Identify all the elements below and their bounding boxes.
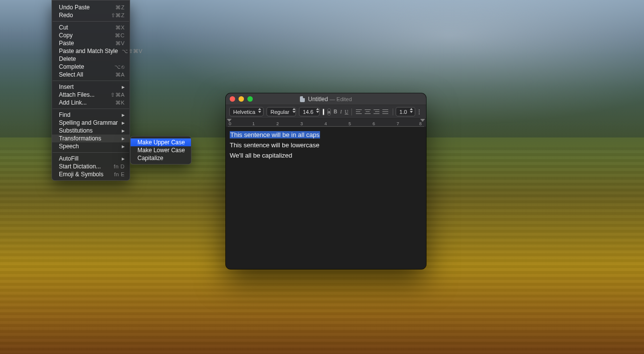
- window-edited: — Edited: [330, 96, 352, 102]
- menu-label: Copy: [59, 32, 73, 39]
- menu-label: Find: [59, 111, 70, 118]
- font-family-select[interactable]: Helvetica: [229, 107, 264, 116]
- menu-shortcut: fn E: [114, 171, 125, 177]
- font-size-select[interactable]: 14.6: [299, 107, 320, 116]
- menu-separator: [53, 152, 129, 153]
- menu-label: Make Lower Case: [137, 147, 185, 154]
- menu-shortcut: ⌘K: [115, 100, 125, 106]
- menu-label: Speech: [59, 143, 79, 150]
- italic-button[interactable]: I: [340, 108, 342, 116]
- text-line[interactable]: We'll all be capitalized: [230, 151, 422, 161]
- close-button[interactable]: [230, 96, 235, 102]
- ruler-tick-label: 0: [229, 121, 231, 126]
- dropdown-stepper-icon: [293, 111, 295, 113]
- menu-shortcut: ⌘V: [115, 40, 125, 47]
- ruler-tick-label: 2: [276, 121, 279, 126]
- font-family-value: Helvetica: [233, 109, 255, 115]
- menu-shortcut: ⇧⌘Z: [111, 12, 125, 19]
- dropdown-stepper-icon: [410, 111, 413, 113]
- menu-label: Delete: [59, 55, 76, 62]
- document-name: Untitled: [308, 96, 328, 103]
- menu-label: AutoFill: [59, 155, 79, 162]
- menu-item-select-all[interactable]: Select All⌘A: [52, 71, 130, 79]
- line-spacing-value: 1.0: [400, 109, 407, 115]
- submenu-arrow-icon: ▸: [122, 111, 125, 118]
- minimize-button[interactable]: [239, 96, 244, 102]
- submenu-arrow-icon: ▸: [122, 143, 125, 150]
- menu-item-paste[interactable]: Paste⌘V: [52, 39, 130, 47]
- menu-item-capitalize[interactable]: Capitalize: [131, 154, 191, 162]
- align-center-icon[interactable]: [363, 108, 372, 116]
- dropdown-stepper-icon: [316, 111, 319, 113]
- submenu-arrow-icon: ▸: [122, 135, 125, 142]
- menu-item-complete[interactable]: Complete⌥⎋: [52, 63, 130, 71]
- list-style-icon[interactable]: [418, 108, 419, 116]
- menu-shortcut: ⌥⎋: [114, 64, 125, 70]
- menu-label: Insert: [59, 83, 74, 90]
- menu-label: Redo: [59, 12, 73, 19]
- menu-item-add-link[interactable]: Add Link...⌘K: [52, 99, 130, 107]
- menu-item-speech[interactable]: Speech▸: [52, 142, 130, 150]
- ruler-tick-label: 6: [373, 121, 375, 126]
- submenu-arrow-icon: ▸: [122, 127, 125, 134]
- transformations-submenu[interactable]: Make Upper Case Make Lower Case Capitali…: [130, 136, 191, 164]
- ruler-tick-label: 8: [419, 121, 422, 126]
- menu-item-find[interactable]: Find▸: [52, 111, 130, 119]
- menu-item-start-dictation[interactable]: Start Dictation...fn D: [52, 163, 130, 170]
- menu-item-cut[interactable]: Cut⌘X: [52, 24, 130, 31]
- menu-label: Start Dictation...: [59, 163, 101, 170]
- menu-item-transformations[interactable]: Transformations▸: [52, 135, 130, 142]
- menu-shortcut: ⌘C: [115, 32, 125, 39]
- text-line-selected[interactable]: This sentence will be in all caps: [230, 131, 320, 138]
- menu-item-insert[interactable]: Insert▸: [52, 83, 130, 91]
- menu-item-emoji-symbols[interactable]: Emoji & Symbolsfn E: [52, 170, 130, 178]
- menu-shortcut: ⌘X: [115, 25, 125, 31]
- menu-shortcut: ⇧⌘A: [110, 92, 125, 98]
- bold-button[interactable]: B: [334, 108, 337, 116]
- menu-label: Complete: [59, 63, 84, 70]
- submenu-arrow-icon: ▸: [122, 83, 125, 90]
- ruler-tick-label: 4: [324, 121, 327, 126]
- menu-item-paste-match-style[interactable]: Paste and Match Style⌥⇧⌘V: [52, 47, 130, 55]
- ruler-tick-label: 5: [349, 121, 351, 126]
- format-toolbar: Helvetica Regular 14.6 a B I U 1.0: [226, 105, 426, 119]
- menu-item-attach-files[interactable]: Attach Files...⇧⌘A: [52, 91, 130, 99]
- menu-item-delete[interactable]: Delete: [52, 55, 130, 63]
- underline-button[interactable]: U: [345, 108, 348, 116]
- align-right-icon[interactable]: [372, 108, 381, 116]
- font-style-select[interactable]: Regular: [267, 107, 296, 116]
- bg-color-swatch[interactable]: a: [327, 109, 331, 115]
- align-left-icon[interactable]: [354, 108, 363, 116]
- menu-item-undo[interactable]: Undo Paste⌘Z: [52, 3, 130, 11]
- menu-label: Attach Files...: [59, 91, 95, 98]
- menu-item-copy[interactable]: Copy⌘C: [52, 31, 130, 39]
- menu-shortcut: fn D: [114, 163, 125, 169]
- menu-label: Substitutions: [59, 127, 93, 134]
- zoom-button[interactable]: [247, 96, 253, 102]
- menu-shortcut: ⌘Z: [115, 4, 125, 11]
- menu-item-make-lower-case[interactable]: Make Lower Case: [131, 146, 191, 154]
- window-controls: [230, 96, 253, 102]
- menu-item-substitutions[interactable]: Substitutions▸: [52, 127, 130, 135]
- menu-label: Undo Paste: [59, 4, 90, 11]
- text-line[interactable]: This sentence will be lowercase: [230, 140, 422, 151]
- ruler[interactable]: 0 1 2 3 4 5 6 7 8: [226, 119, 426, 127]
- align-justify-icon[interactable]: [381, 108, 390, 116]
- text-color-swatch[interactable]: [322, 109, 324, 115]
- menu-item-redo[interactable]: Redo⇧⌘Z: [52, 11, 130, 19]
- edit-context-menu[interactable]: Undo Paste⌘Z Redo⇧⌘Z Cut⌘X Copy⌘C Paste⌘…: [52, 0, 130, 181]
- ruler-line: [228, 126, 424, 127]
- window-titlebar[interactable]: Untitled — Edited: [226, 93, 426, 105]
- document-body[interactable]: This sentence will be in all caps This s…: [226, 127, 426, 269]
- font-style-value: Regular: [270, 109, 290, 115]
- menu-separator: [53, 81, 129, 81]
- menu-shortcut: ⌥⇧⌘V: [122, 48, 142, 54]
- line-spacing-select[interactable]: 1.0: [396, 107, 415, 116]
- menu-item-autofill[interactable]: AutoFill▸: [52, 155, 130, 163]
- textedit-window[interactable]: Untitled — Edited Helvetica Regular 14.6…: [226, 93, 426, 269]
- menu-label: Spelling and Grammar: [59, 119, 118, 126]
- menu-item-spelling[interactable]: Spelling and Grammar▸: [52, 119, 130, 127]
- menu-label: Paste: [59, 40, 74, 47]
- menu-item-make-upper-case[interactable]: Make Upper Case: [131, 138, 191, 146]
- font-size-value: 14.6: [303, 109, 313, 115]
